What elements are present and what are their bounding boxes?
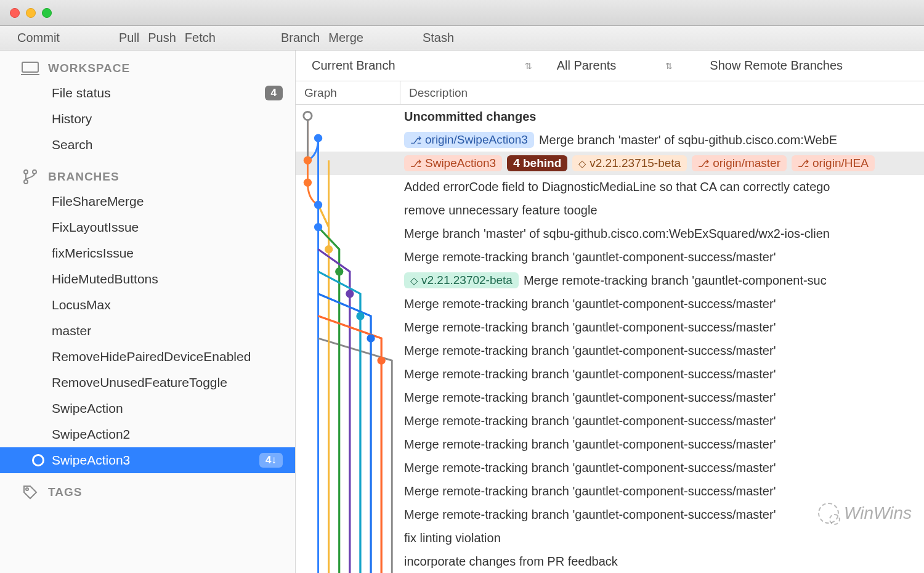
commit-message: Merge remote-tracking branch 'gauntlet-c…	[404, 250, 776, 264]
toolbar-fetch-button[interactable]: Fetch	[185, 31, 216, 45]
sidebar-item-label: HideMutedButtons	[52, 272, 158, 286]
sidebar-item-label: RemoveHidePairedDeviceEnabled	[52, 349, 251, 364]
commit-row[interactable]: Merge remote-tracking branch 'gauntlet-c…	[296, 433, 924, 456]
sidebar-branch-SwipeAction3[interactable]: SwipeAction34↓	[0, 447, 295, 473]
commit-message: Merge remote-tracking branch 'gauntlet-c…	[404, 344, 776, 358]
commit-row[interactable]: Merge remote-tracking branch 'gauntlet-c…	[296, 409, 924, 433]
window-minimize-button[interactable]	[26, 8, 36, 18]
ref-tag[interactable]: 4 behind	[507, 155, 567, 171]
col-description-header[interactable]: Description	[400, 86, 468, 100]
commit-row[interactable]: ◇v2.21.23702-betaMerge remote-tracking b…	[296, 269, 924, 292]
sidebar-branch-FixLayoutIssue[interactable]: FixLayoutIssue	[0, 214, 295, 240]
sidebar-item-file-status[interactable]: File status4	[0, 80, 295, 106]
tag-icon	[21, 484, 39, 500]
column-header: Graph Description	[296, 81, 924, 105]
commit-row[interactable]: Merge remote-tracking branch 'gauntlet-c…	[296, 292, 924, 315]
commit-message: incorporate changes from PR feedback	[404, 555, 618, 569]
toolbar-merge-button[interactable]: Merge	[328, 31, 363, 45]
commit-message: Merge remote-tracking branch 'gauntlet-c…	[404, 461, 776, 475]
ref-tag[interactable]: ⎇origin/SwipeAction3	[404, 132, 534, 148]
commit-row[interactable]: Merge remote-tracking branch 'gauntlet-c…	[296, 339, 924, 362]
ref-tag[interactable]: ⎇SwipeAction3	[404, 155, 502, 171]
sidebar-branch-fixMericsIssue[interactable]: fixMericsIssue	[0, 240, 295, 266]
workspace-icon	[21, 60, 39, 76]
updown-icon: ⇅	[665, 61, 673, 71]
sidebar-branch-RemoveUnusedFeatureToggle[interactable]: RemoveUnusedFeatureToggle	[0, 370, 295, 396]
sidebar-section-tags[interactable]: TAGS	[0, 478, 295, 504]
sidebar-item-label: fixMericsIssue	[52, 246, 134, 261]
commit-row[interactable]: Merge branch 'master' of sqbu-github.cis…	[296, 222, 924, 245]
toolbar-push-button[interactable]: Push	[148, 31, 176, 45]
sidebar-item-label: SwipeAction3	[52, 453, 130, 468]
sidebar-item-history[interactable]: History	[0, 106, 295, 132]
commit-row[interactable]: ⎇SwipeAction34 behind◇v2.21.23715-beta⎇o…	[296, 152, 924, 175]
sidebar-item-label: SwipeAction	[52, 401, 123, 416]
sidebar-header-label: TAGS	[48, 486, 82, 499]
sidebar-branch-master[interactable]: master	[0, 318, 295, 344]
svg-point-3	[24, 180, 28, 184]
sidebar: WORKSPACE File status4HistorySearch BRAN…	[0, 51, 296, 573]
content-pane: Current Branch ⇅ All Parents ⇅ Show Remo…	[296, 51, 924, 573]
commit-message: Merge remote-tracking branch 'gauntlet-c…	[404, 297, 776, 311]
toolbar: Commit Pull Push Fetch Branch Merge Stas…	[0, 26, 924, 51]
sidebar-item-label: SwipeAction2	[52, 427, 130, 442]
sidebar-branch-FileShareMerge[interactable]: FileShareMerge	[0, 189, 295, 214]
svg-point-4	[33, 170, 36, 174]
commit-message: Merge remote-tracking branch 'gauntlet-c…	[404, 391, 776, 405]
col-graph-header[interactable]: Graph	[296, 81, 400, 104]
window-close-button[interactable]	[10, 8, 20, 18]
sidebar-branch-LocusMax[interactable]: LocusMax	[0, 292, 295, 318]
count-badge: 4	[265, 86, 283, 100]
svg-rect-0	[22, 62, 38, 72]
commit-row[interactable]: Merge remote-tracking branch 'gauntlet-c…	[296, 456, 924, 479]
commit-row[interactable]: Uncommitted changes	[296, 105, 924, 128]
sidebar-item-label: FixLayoutIssue	[52, 220, 139, 235]
sidebar-item-search[interactable]: Search	[0, 132, 295, 158]
commit-row[interactable]: Added errorCode field to DiagnosticMedia…	[296, 175, 924, 198]
commit-list[interactable]: Uncommitted changes⎇origin/SwipeAction3M…	[296, 105, 924, 573]
commit-row[interactable]: remove unnecessary feature toogle	[296, 198, 924, 222]
updown-icon: ⇅	[525, 61, 532, 71]
sidebar-branch-SwipeAction[interactable]: SwipeAction	[0, 396, 295, 421]
filter-current-branch[interactable]: Current Branch ⇅	[312, 59, 532, 73]
toolbar-stash-button[interactable]: Stash	[423, 31, 454, 45]
ref-tag[interactable]: ⎇origin/HEA	[792, 155, 875, 171]
branch-icon: ⎇	[798, 158, 809, 169]
commit-row[interactable]: Merge remote-tracking branch 'gauntlet-c…	[296, 386, 924, 409]
commit-message: Merge remote-tracking branch 'gauntlet-c…	[404, 320, 776, 335]
sidebar-branch-RemoveHidePairedDeviceEnabled[interactable]: RemoveHidePairedDeviceEnabled	[0, 344, 295, 370]
commit-message: Merge remote-tracking branch 'gauntlet-c…	[524, 274, 827, 288]
commit-message: Merge remote-tracking branch 'gauntlet-c…	[404, 484, 776, 498]
filter-all-parents[interactable]: All Parents ⇅	[557, 59, 673, 73]
tag-icon: ◇	[578, 158, 586, 169]
svg-point-2	[24, 170, 28, 174]
sidebar-item-label: File status	[52, 86, 111, 100]
toolbar-branch-button[interactable]: Branch	[281, 31, 320, 45]
commit-row[interactable]: Merge remote-tracking branch 'gauntlet-c…	[296, 479, 924, 503]
window-maximize-button[interactable]	[42, 8, 52, 18]
sidebar-section-workspace[interactable]: WORKSPACE	[0, 54, 295, 80]
wechat-icon	[818, 503, 839, 524]
branch-icon	[21, 169, 39, 185]
ref-tag[interactable]: ◇v2.21.23715-beta	[572, 155, 687, 171]
commit-message: Merge remote-tracking branch 'gauntlet-c…	[404, 508, 776, 522]
toolbar-commit-button[interactable]: Commit	[17, 31, 60, 45]
commit-message: remove unnecessary feature toogle	[404, 203, 598, 217]
sidebar-item-label: FileShareMerge	[52, 194, 144, 209]
sidebar-branch-SwipeAction2[interactable]: SwipeAction2	[0, 421, 295, 447]
ref-tag[interactable]: ⎇origin/master	[692, 155, 787, 171]
commit-row[interactable]: incorporate changes from PR feedback	[296, 550, 924, 573]
commit-message: Merge remote-tracking branch 'gauntlet-c…	[404, 414, 776, 428]
commit-row[interactable]: ⎇origin/SwipeAction3Merge branch 'master…	[296, 128, 924, 152]
sidebar-branch-HideMutedButtons[interactable]: HideMutedButtons	[0, 266, 295, 292]
toolbar-pull-button[interactable]: Pull	[119, 31, 139, 45]
commit-message: Added errorCode field to DiagnosticMedia…	[404, 180, 830, 194]
filter-show-remote[interactable]: Show Remote Branches	[710, 59, 843, 73]
commit-row[interactable]: Merge remote-tracking branch 'gauntlet-c…	[296, 315, 924, 339]
commit-row[interactable]: fix linting violation	[296, 526, 924, 550]
commit-row[interactable]: Merge remote-tracking branch 'gauntlet-c…	[296, 245, 924, 269]
count-badge: 4↓	[259, 453, 283, 468]
ref-tag[interactable]: ◇v2.21.23702-beta	[404, 272, 519, 288]
commit-row[interactable]: Merge remote-tracking branch 'gauntlet-c…	[296, 362, 924, 386]
sidebar-section-branches[interactable]: BRANCHES	[0, 163, 295, 189]
